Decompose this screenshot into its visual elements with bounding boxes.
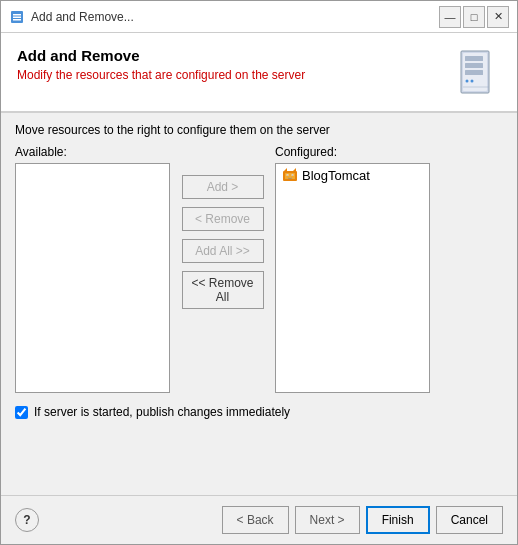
publish-checkbox-area: If server is started, publish changes im…	[15, 405, 503, 419]
svg-rect-1	[13, 14, 21, 16]
minimize-button[interactable]: —	[439, 6, 461, 28]
main-window: Add and Remove... — □ ✕ Add and Remove M…	[0, 0, 518, 545]
svg-rect-15	[285, 173, 295, 179]
page-subtitle: Modify the resources that are configured…	[17, 68, 305, 82]
window-controls: — □ ✕	[439, 6, 509, 28]
configured-label: Configured:	[275, 145, 503, 159]
remove-all-button[interactable]: << Remove All	[182, 271, 264, 309]
maximize-button[interactable]: □	[463, 6, 485, 28]
svg-rect-6	[465, 56, 483, 61]
svg-point-19	[292, 175, 293, 176]
help-button[interactable]: ?	[15, 508, 39, 532]
list-item[interactable]: BlogTomcat	[276, 164, 429, 186]
svg-rect-3	[13, 19, 21, 21]
server-icon	[455, 49, 497, 95]
cancel-button[interactable]: Cancel	[436, 506, 503, 534]
publish-checkbox[interactable]	[15, 406, 28, 419]
transfer-buttons: Add > < Remove Add All >> << Remove All	[170, 145, 275, 309]
next-button[interactable]: Next >	[295, 506, 360, 534]
header-section: Add and Remove Modify the resources that…	[1, 33, 517, 113]
svg-marker-14	[293, 168, 296, 171]
configured-list[interactable]: BlogTomcat	[275, 163, 430, 393]
svg-rect-7	[465, 63, 483, 68]
configured-item-name: BlogTomcat	[302, 168, 370, 183]
footer-buttons: < Back Next > Finish Cancel	[222, 506, 503, 534]
available-panel: Available:	[15, 145, 170, 393]
available-list[interactable]	[15, 163, 170, 393]
available-label: Available:	[15, 145, 170, 159]
add-button[interactable]: Add >	[182, 175, 264, 199]
svg-marker-13	[284, 168, 287, 171]
panels-container: Available: Add > < Remove Add All >> << …	[15, 145, 503, 393]
tomcat-icon	[282, 167, 298, 183]
window-title: Add and Remove...	[31, 10, 439, 24]
close-button[interactable]: ✕	[487, 6, 509, 28]
back-button[interactable]: < Back	[222, 506, 289, 534]
svg-point-9	[466, 80, 469, 83]
svg-rect-8	[465, 70, 483, 75]
content-area: Move resources to the right to configure…	[1, 113, 517, 495]
title-bar: Add and Remove... — □ ✕	[1, 1, 517, 33]
svg-rect-2	[13, 16, 21, 18]
footer-section: ? < Back Next > Finish Cancel	[1, 495, 517, 544]
page-title: Add and Remove	[17, 47, 305, 64]
instruction-text: Move resources to the right to configure…	[15, 123, 503, 137]
publish-checkbox-label[interactable]: If server is started, publish changes im…	[34, 405, 290, 419]
add-all-button[interactable]: Add All >>	[182, 239, 264, 263]
finish-button[interactable]: Finish	[366, 506, 430, 534]
remove-button[interactable]: < Remove	[182, 207, 264, 231]
footer-left: ?	[15, 508, 39, 532]
window-icon	[9, 9, 25, 25]
svg-point-18	[287, 175, 288, 176]
header-text: Add and Remove Modify the resources that…	[17, 47, 305, 82]
svg-point-10	[471, 80, 474, 83]
configured-panel: Configured:	[275, 145, 503, 393]
server-graphic	[451, 47, 501, 97]
